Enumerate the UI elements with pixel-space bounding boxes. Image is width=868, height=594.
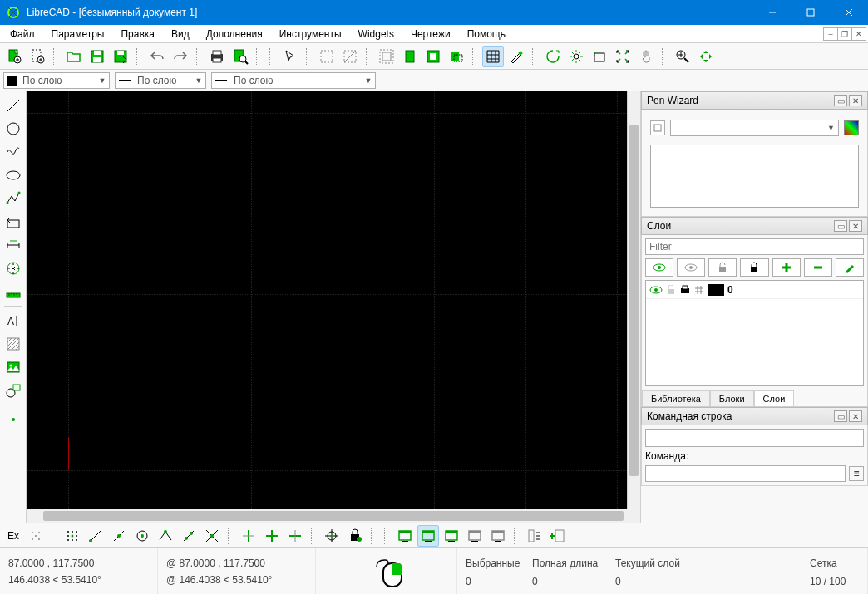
- restrict-horizontal-button[interactable]: [284, 525, 306, 547]
- select-all-button[interactable]: [376, 46, 397, 67]
- hatch-tool-button[interactable]: [2, 333, 24, 355]
- line-type-combo[interactable]: По слою▼: [211, 72, 376, 89]
- canvas-vscrollbar[interactable]: [627, 91, 640, 509]
- snap-intersection-button[interactable]: [201, 525, 223, 547]
- zoom-pan-button[interactable]: [635, 46, 657, 67]
- tile-v-button[interactable]: [487, 525, 509, 547]
- zoom-window-button[interactable]: [612, 46, 634, 67]
- pen-wizard-float-button[interactable]: ▭: [834, 95, 847, 106]
- menu-plugins[interactable]: Дополнения: [198, 27, 271, 42]
- menu-view[interactable]: Вид: [163, 27, 198, 42]
- polyline-tool-button[interactable]: [2, 188, 24, 209]
- layer-row[interactable]: 0: [646, 281, 863, 299]
- select-tool-button[interactable]: [2, 211, 24, 233]
- statusbar-toggle-button[interactable]: [524, 525, 545, 547]
- measure-tool-button[interactable]: [2, 281, 24, 302]
- restrict-ortho-button[interactable]: [261, 525, 283, 547]
- layer-lock-button[interactable]: [740, 258, 768, 277]
- mdi-minimize-button[interactable]: –: [823, 27, 838, 41]
- layers-filter-input[interactable]: [645, 238, 864, 255]
- circle-tool-button[interactable]: [2, 118, 24, 140]
- pen-wizard-close-button[interactable]: ✕: [849, 95, 862, 106]
- tab-view-button[interactable]: [417, 525, 439, 547]
- save-button[interactable]: [86, 46, 108, 67]
- dimension-tool-button[interactable]: [2, 234, 24, 256]
- zoom-redraw-button[interactable]: [542, 46, 564, 67]
- menu-file[interactable]: Файл: [2, 27, 43, 42]
- mtext-tool-button[interactable]: A: [2, 310, 24, 331]
- mdi-close-button[interactable]: ✕: [851, 27, 866, 41]
- tile-h-button[interactable]: [464, 525, 486, 547]
- tab-layers[interactable]: Слои: [754, 390, 795, 406]
- window-minimize-button[interactable]: [753, 0, 792, 25]
- cascade-button[interactable]: [441, 525, 462, 547]
- command-input[interactable]: [645, 465, 846, 482]
- draft-mode-button[interactable]: [506, 46, 527, 67]
- layer-edit-button[interactable]: [836, 258, 864, 277]
- zoom-in-button[interactable]: [672, 46, 693, 67]
- command-header[interactable]: Командная строка ▭✕: [641, 407, 868, 425]
- new-template-button[interactable]: [27, 46, 48, 67]
- drawing-canvas[interactable]: [27, 91, 627, 509]
- select-invert-button[interactable]: [422, 46, 444, 67]
- canvas-hscrollbar[interactable]: [27, 509, 640, 523]
- command-menu-button[interactable]: ≡: [849, 466, 864, 481]
- menu-edit[interactable]: Правка: [112, 27, 163, 42]
- open-file-button[interactable]: [63, 46, 85, 67]
- window-maximize-button[interactable]: [792, 0, 830, 25]
- window-close-button[interactable]: [830, 0, 868, 25]
- layer-show-all-button[interactable]: [645, 258, 673, 277]
- deselect-window-button[interactable]: [339, 46, 361, 67]
- save-as-button[interactable]: [110, 46, 131, 67]
- select-entity-button[interactable]: [399, 46, 421, 67]
- menu-drawings[interactable]: Чертежи: [402, 27, 459, 42]
- menu-help[interactable]: Помощь: [459, 27, 514, 42]
- print-preview-button[interactable]: [229, 46, 251, 67]
- layer-color-combo[interactable]: По слою▼: [3, 72, 110, 89]
- layers-list[interactable]: 0: [645, 280, 864, 386]
- fullscreen-button[interactable]: [394, 525, 416, 547]
- command-close-button[interactable]: ✕: [849, 410, 862, 422]
- snap-center-button[interactable]: [131, 525, 153, 547]
- menu-options[interactable]: Параметры: [43, 27, 113, 42]
- print-button[interactable]: [206, 46, 228, 67]
- pointer-button[interactable]: [279, 46, 301, 67]
- snap-on-entity-button[interactable]: [108, 525, 130, 547]
- mdi-restore-button[interactable]: ❐: [837, 27, 852, 41]
- ellipse-tool-button[interactable]: [2, 164, 24, 186]
- undo-button[interactable]: [146, 46, 168, 67]
- snap-free-button[interactable]: [25, 525, 47, 547]
- snap-ex-button[interactable]: Ex: [3, 525, 23, 547]
- select-layer-button[interactable]: [446, 46, 467, 67]
- layer-remove-button[interactable]: [804, 258, 832, 277]
- snap-middle-button[interactable]: [155, 525, 176, 547]
- command-float-button[interactable]: ▭: [834, 410, 847, 422]
- zoom-scroll-button[interactable]: [695, 46, 717, 67]
- image-tool-button[interactable]: [2, 356, 24, 378]
- layers-float-button[interactable]: ▭: [834, 220, 847, 232]
- pen-wizard-color-button[interactable]: [844, 120, 859, 135]
- point-tool-button[interactable]: [2, 409, 24, 430]
- grid-toggle-button[interactable]: [482, 46, 504, 67]
- select-window-button[interactable]: [316, 46, 338, 67]
- curve-tool-button[interactable]: [2, 141, 24, 163]
- layers-close-button[interactable]: ✕: [849, 220, 862, 232]
- redo-button[interactable]: [170, 46, 191, 67]
- pen-wizard-slot-button[interactable]: [650, 120, 665, 135]
- snap-grid-button[interactable]: [62, 525, 83, 547]
- modify-tool-button[interactable]: [2, 258, 24, 279]
- snap-endpoint-button[interactable]: [85, 525, 106, 547]
- menu-tools[interactable]: Инструменты: [271, 27, 350, 42]
- lock-relative-zero-button[interactable]: [344, 525, 366, 547]
- zoom-auto-button[interactable]: [565, 46, 587, 67]
- pen-wizard-combo[interactable]: ▼: [670, 120, 839, 136]
- zoom-previous-button[interactable]: [589, 46, 610, 67]
- pen-wizard-list[interactable]: [650, 145, 859, 208]
- tab-library[interactable]: Библиотека: [642, 390, 710, 406]
- layer-unlock-button[interactable]: [708, 258, 737, 277]
- restrict-nothing-button[interactable]: [238, 525, 259, 547]
- menu-widgets[interactable]: Widgets: [350, 27, 402, 42]
- snap-distance-button[interactable]: [178, 525, 200, 547]
- layer-add-button[interactable]: [772, 258, 801, 277]
- layers-header[interactable]: Слои ▭✕: [641, 217, 868, 235]
